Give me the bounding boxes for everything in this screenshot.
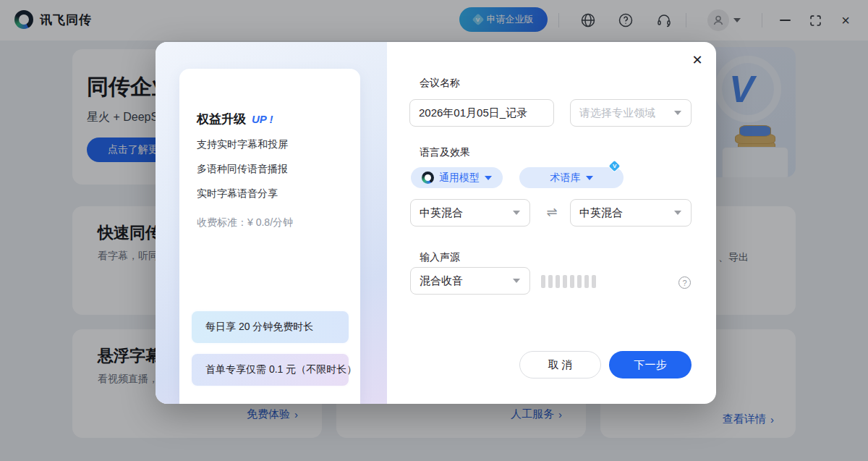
model-chip[interactable]: 通用模型 (411, 167, 503, 188)
caret-down-icon (674, 211, 681, 215)
up-tag: UP ! (252, 113, 273, 125)
daily-free-promo-chip: 每日享 20 分钟免费时长 (190, 310, 350, 344)
terminology-chip[interactable]: 术语库 (519, 167, 624, 188)
domain-select[interactable]: 请选择专业领域 (570, 99, 692, 127)
caret-down-icon (513, 211, 520, 215)
benefits-panel: 权益升级 UP ! 支持实时字幕和投屏 多语种同传语音播报 实时字幕语音分享 收… (156, 42, 387, 404)
source-language-select[interactable]: 中英混合 (410, 199, 530, 227)
audio-source-select[interactable]: 混合收音 (410, 267, 530, 295)
cancel-button[interactable]: 取 消 (519, 351, 601, 378)
close-dialog-button[interactable]: ✕ (688, 51, 707, 69)
benefits-title: 权益升级 (197, 111, 246, 127)
next-step-button[interactable]: 下一步 (609, 351, 692, 378)
meeting-name-input[interactable] (409, 99, 554, 127)
benefit-item: 多语种同传语音播报 (197, 163, 288, 176)
pricing-note: 收费标准：¥ 0.8/分钟 (197, 216, 293, 229)
meeting-name-label: 会议名称 (420, 77, 460, 90)
meeting-setup-dialog: 权益升级 UP ! 支持实时字幕和投屏 多语种同传语音播报 实时字幕语音分享 收… (156, 42, 716, 404)
benefits-card: 权益升级 UP ! 支持实时字幕和投屏 多语种同传语音播报 实时字幕语音分享 收… (179, 69, 360, 404)
first-order-promo-chip: 首单专享仅需 0.1 元（不限时长） (190, 352, 350, 387)
caret-down-icon (485, 176, 492, 180)
caret-down-icon (586, 176, 593, 180)
caret-down-icon (674, 111, 681, 115)
benefit-item: 实时字幕语音分享 (197, 187, 278, 200)
audio-source-label: 输入声源 (420, 251, 460, 264)
model-logo-icon (422, 172, 434, 184)
domain-placeholder: 请选择专业领域 (579, 106, 655, 120)
audio-level-meter (541, 275, 596, 288)
target-language-select[interactable]: 中英混合 (570, 199, 692, 227)
caret-down-icon (513, 279, 520, 283)
app-window: 讯飞同传 V 申请企业版 (0, 0, 868, 461)
language-section-label: 语言及效果 (420, 146, 470, 159)
benefit-item: 支持实时字幕和投屏 (197, 138, 288, 151)
audio-help-icon[interactable]: ? (678, 276, 691, 289)
swap-languages-button[interactable]: ⇌ (542, 204, 562, 220)
